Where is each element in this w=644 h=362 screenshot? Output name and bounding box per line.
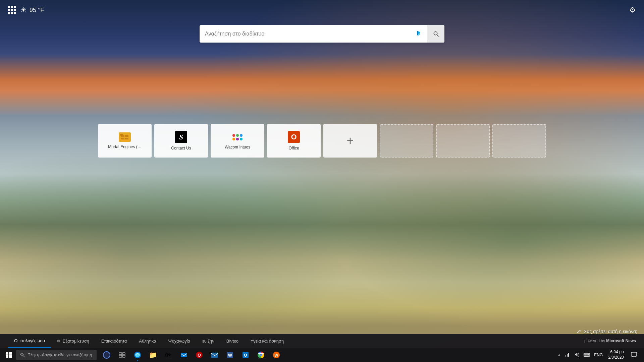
weather-icon: ☀ <box>20 6 27 14</box>
tray-show-hidden-icon[interactable]: ∧ <box>556 353 562 357</box>
cortana-icon <box>103 351 110 359</box>
tray-datetime[interactable]: 6:04 μμ 2/8/2020 <box>605 350 627 360</box>
start-button[interactable] <box>1 348 16 362</box>
taskbar-mail[interactable] <box>176 348 191 362</box>
taskbar-outlook[interactable]: O <box>238 348 253 362</box>
search-button[interactable] <box>427 25 444 43</box>
svg-rect-14 <box>181 353 187 357</box>
nav-news[interactable]: Επικαιρότητα <box>95 334 133 348</box>
battery-icon[interactable]: ⌨ <box>582 352 591 358</box>
svg-rect-5 <box>121 138 124 139</box>
system-tray: ∧ ⌨ ENG 6:04 μμ 2/8/2020 <box>556 348 643 362</box>
folder-icon: 📁 <box>149 351 157 359</box>
taskbar-edge[interactable] <box>130 348 145 362</box>
settings-gear-icon[interactable]: ⚙ <box>629 6 636 14</box>
svg-text:W: W <box>228 353 232 358</box>
tile-ghost-1 <box>380 124 433 158</box>
bing-logo <box>411 30 427 38</box>
mail-icon <box>180 351 187 359</box>
svg-line-8 <box>23 356 25 357</box>
nav-lifestyle[interactable]: ευ ζην <box>196 334 220 348</box>
tray-time: 6:04 μμ <box>608 350 624 355</box>
nav-my-picks[interactable]: Οι επιλογές μου <box>8 334 51 348</box>
pencil-icon: ✏ <box>57 339 61 344</box>
outlook-icon: O <box>242 351 249 359</box>
tiles-container: Mortal Engines (… S Contact Us Wacom Int… <box>98 124 546 158</box>
top-bar: ☀ 95 °F ⚙ <box>0 0 644 20</box>
taskbar-search[interactable]: Πληκτρολογήστε εδώ για αναζήτηση <box>16 350 97 360</box>
svg-rect-4 <box>125 135 128 137</box>
language-indicator[interactable]: ENG <box>593 353 604 357</box>
taskbar-app13[interactable]: W <box>269 348 284 362</box>
tile-contact-us[interactable]: S Contact Us <box>154 124 208 158</box>
search-container <box>200 25 444 43</box>
taskbar-store[interactable]: 🛍 <box>161 348 176 362</box>
add-icon: + <box>346 134 354 148</box>
svg-rect-17 <box>211 353 218 358</box>
nav-entertainment[interactable]: Ψυχαγωγία <box>162 334 197 348</box>
top-left: ☀ 95 °F <box>8 6 44 14</box>
tile-ghost-3 <box>492 124 546 158</box>
svg-rect-10 <box>122 353 125 355</box>
news-nav: Οι επιλογές μου ✏ Εξατομίκευση Επικαιρότ… <box>0 334 644 348</box>
svg-line-1 <box>437 35 438 37</box>
app8-icon <box>211 351 218 359</box>
contact-us-icon: S <box>175 131 187 143</box>
network-icon[interactable] <box>563 352 571 358</box>
svg-rect-28 <box>567 354 568 357</box>
tile-add[interactable]: + <box>323 124 377 158</box>
apps-grid-icon[interactable] <box>8 6 16 14</box>
notification-center-icon[interactable] <box>628 348 640 362</box>
background-overlay <box>0 0 644 362</box>
windows-logo-icon <box>6 352 12 358</box>
tile-office[interactable]: O Office <box>267 124 321 158</box>
weather-widget[interactable]: ☀ 95 °F <box>20 6 44 14</box>
wacom-intuos-icon <box>232 132 243 142</box>
svg-rect-6 <box>125 138 128 139</box>
taskbar-file-explorer[interactable]: 📁 <box>146 348 160 362</box>
tile-wacom-intuos[interactable]: Wacom Intuos <box>211 124 264 158</box>
nav-sports[interactable]: Αθλητικά <box>133 334 162 348</box>
svg-text:O: O <box>198 353 201 358</box>
search-bar <box>200 25 444 43</box>
word-icon: W <box>226 351 234 359</box>
tile-mortal-engines[interactable]: Mortal Engines (… <box>98 124 152 158</box>
taskbar-search-icon <box>20 353 25 357</box>
svg-rect-27 <box>566 355 566 357</box>
taskbar-taskview[interactable] <box>115 348 129 362</box>
taskbar-word[interactable]: W <box>223 348 237 362</box>
taskbar-chrome[interactable] <box>254 348 268 362</box>
svg-rect-29 <box>568 353 569 357</box>
contact-us-label: Contact Us <box>171 146 191 150</box>
svg-text:W: W <box>275 353 278 357</box>
taskbar-apps: 📁 🛍 O <box>99 348 284 362</box>
tray-date: 2/8/2020 <box>608 355 624 360</box>
app7-icon: O <box>196 351 203 359</box>
svg-rect-12 <box>122 355 125 357</box>
taskbar-app7[interactable]: O <box>192 348 207 362</box>
weather-temperature: 95 °F <box>30 7 44 14</box>
taskbar-app8[interactable] <box>207 348 222 362</box>
powered-by-text: powered by Microsoft News <box>584 339 636 343</box>
svg-point-24 <box>260 354 262 356</box>
nav-video[interactable]: Βίντεο <box>220 334 245 348</box>
app13-icon: W <box>273 351 280 359</box>
svg-rect-11 <box>119 355 122 357</box>
taskbar-cortana[interactable] <box>99 348 114 362</box>
store-icon: 🛍 <box>165 351 172 359</box>
svg-rect-30 <box>631 352 637 356</box>
search-input[interactable] <box>200 31 411 37</box>
office-icon: O <box>288 131 300 143</box>
edge-icon <box>134 351 141 359</box>
volume-icon[interactable] <box>573 352 581 358</box>
wacom-intuos-label: Wacom Intuos <box>225 145 250 149</box>
nav-health[interactable]: Υγεία και άσκηση <box>245 334 290 348</box>
svg-rect-3 <box>121 135 124 137</box>
svg-text:O: O <box>244 353 247 358</box>
taskbar-search-placeholder: Πληκτρολογήστε εδώ για αναζήτηση <box>28 353 92 357</box>
mortal-engines-label: Mortal Engines (… <box>108 144 141 149</box>
nav-customize[interactable]: ✏ Εξατομίκευση <box>51 334 95 348</box>
office-label: Office <box>288 146 299 150</box>
taskbar: Πληκτρολογήστε εδώ για αναζήτηση <box>0 348 644 362</box>
mortal-engines-icon <box>119 132 131 142</box>
